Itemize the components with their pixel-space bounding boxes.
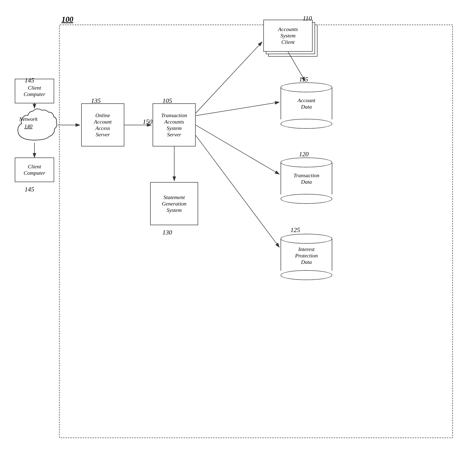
db-bottom-interest [281,270,332,280]
ref-130: 130 [162,229,172,236]
tass-label: TransactionAccountsSystemServer [161,112,187,138]
ref-125: 125 [290,226,300,234]
asc-label: AccountsSystemClient [278,26,298,45]
client-computer-top-label: ClientComputer [24,85,45,97]
ref-135: 135 [91,97,101,105]
accounts-system-client: AccountsSystemClient [263,20,313,52]
ref-145-bottom: 145 [25,186,34,193]
network-label: Network140 [19,116,38,130]
db-top-transaction [281,158,332,167]
ref-120: 120 [299,151,309,158]
db-top-account [281,82,332,92]
account-data-label: AccountData [281,97,332,110]
main-box [59,25,453,438]
transaction-data-db: TransactionData [281,158,332,204]
ref-150: 150 [143,118,152,126]
transaction-data-label: TransactionData [281,172,332,185]
ref-110: 110 [303,15,312,22]
statement-generation-system: StatementGenerationSystem [150,182,198,225]
client-computer-bottom: ClientComputer [15,158,54,182]
account-data-db: AccountData [281,82,332,129]
sgs-label: StatementGenerationSystem [162,194,186,213]
client-computer-bottom-label: ClientComputer [24,163,45,176]
interest-protection-data-db: InterestProtectionData [281,234,332,280]
ref-145-top: 145 [25,77,34,84]
ref-115: 115 [299,76,308,83]
label-100: 100 [62,15,73,24]
transaction-accounts-system-server: TransactionAccountsSystemServer [153,103,196,146]
db-bottom-transaction [281,194,332,204]
online-account-access-server: OnlineAccountAccessServer [81,103,124,146]
ref-105: 105 [162,97,172,105]
oaas-label: OnlineAccountAccessServer [94,112,111,138]
interest-protection-data-label: InterestProtectionData [281,246,332,265]
diagram-container: 100 ClientComputer 145 Network140 Client… [10,10,466,447]
db-top-interest [281,234,332,244]
db-bottom-account [281,119,332,129]
client-computer-top: ClientComputer [15,79,54,103]
